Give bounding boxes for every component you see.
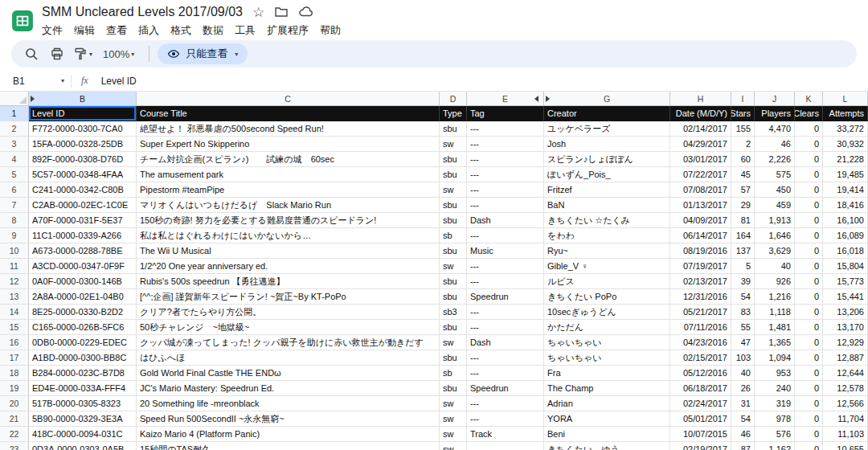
cell-E20[interactable]: --- [467, 396, 544, 411]
cell-E4[interactable]: --- [467, 152, 544, 167]
cell-I20[interactable]: 31 [731, 396, 755, 411]
cell-B4[interactable]: 892F-0000-0308-D76D [29, 152, 137, 167]
cell-L3[interactable]: 30,932 [823, 137, 868, 152]
cell-B5[interactable]: 5C57-0000-0348-4FAA [29, 167, 137, 182]
cell-G5[interactable]: ぽいずん_Pois_ [544, 167, 670, 182]
cell-C9[interactable]: 私は私とはぐれるわけにはいかないから… [137, 228, 440, 243]
cell-L4[interactable]: 21,228 [823, 152, 868, 167]
cell-K7[interactable]: 0 [795, 198, 823, 213]
cell-B13[interactable]: 2A8A-0000-02E1-04B0 [29, 289, 137, 305]
cell-B16[interactable]: 0DB0-0000-0229-EDEC [29, 335, 137, 350]
cell-K4[interactable]: 0 [795, 152, 823, 167]
cell-L11[interactable]: 15,804 [823, 259, 868, 274]
cell-H13[interactable]: 12/31/2016 [670, 289, 731, 305]
cell-K2[interactable]: 0 [795, 121, 823, 137]
move-folder-icon[interactable] [274, 5, 289, 19]
cell-L22[interactable]: 11,103 [823, 427, 868, 442]
cell-I8[interactable]: 81 [731, 213, 755, 228]
cell-K1[interactable]: Clears [795, 106, 823, 121]
cell-C6[interactable]: Pipestorm #teamPipe [137, 182, 440, 198]
cell-L17[interactable]: 12,887 [823, 350, 868, 366]
cell-D8[interactable]: sbu [440, 213, 467, 228]
cell-K12[interactable]: 0 [795, 274, 823, 289]
cell-K13[interactable]: 0 [795, 289, 823, 305]
menu-item-extensions[interactable]: 扩展程序 [261, 22, 314, 39]
row-number-6[interactable]: 6 [0, 182, 29, 198]
cell-E10[interactable]: Music [467, 243, 544, 259]
cell-B8[interactable]: A70F-0000-031F-5E37 [29, 213, 137, 228]
cell-D3[interactable]: sw [440, 137, 467, 152]
cell-G3[interactable]: Josh [544, 137, 670, 152]
cell-E9[interactable]: --- [467, 228, 544, 243]
cell-K10[interactable]: 0 [795, 243, 823, 259]
cell-H16[interactable]: 04/23/2016 [670, 335, 731, 350]
cell-G12[interactable]: ルビス [544, 274, 670, 289]
cell-D2[interactable]: sbu [440, 121, 467, 137]
cell-L19[interactable]: 12,578 [823, 381, 868, 396]
hidden-column-f-right-icon[interactable] [546, 96, 550, 102]
cell-J16[interactable]: 1,365 [755, 335, 795, 350]
row-number-23[interactable]: 23 [0, 442, 29, 450]
cell-K11[interactable]: 0 [795, 259, 823, 274]
cell-C1[interactable]: Course Title [137, 106, 440, 121]
cell-K16[interactable]: 0 [795, 335, 823, 350]
cell-L21[interactable]: 11,704 [823, 411, 868, 427]
row-number-1[interactable]: 1 [0, 106, 29, 121]
cell-C4[interactable]: チーム対抗企画(スピラン♪) 試練の城 60sec [137, 152, 440, 167]
cell-C14[interactable]: クリア?者でたらやり方公開。 [137, 305, 440, 320]
cell-C10[interactable]: The Wii U Musical [137, 243, 440, 259]
cell-D10[interactable]: sbu [440, 243, 467, 259]
cell-K9[interactable]: 0 [795, 228, 823, 243]
cell-D18[interactable]: sb [440, 366, 467, 381]
row-number-19[interactable]: 19 [0, 381, 29, 396]
cell-K19[interactable]: 0 [795, 381, 823, 396]
cell-E2[interactable]: --- [467, 121, 544, 137]
print-button[interactable] [45, 43, 69, 64]
cell-C19[interactable]: JC's Mario Mastery: Speedrun Ed. [137, 381, 440, 396]
cell-D17[interactable]: sbu [440, 350, 467, 366]
cell-H8[interactable]: 04/09/2017 [670, 213, 731, 228]
cell-J17[interactable]: 1,094 [755, 350, 795, 366]
cell-J19[interactable]: 240 [755, 381, 795, 396]
cell-H15[interactable]: 07/11/2016 [670, 320, 731, 335]
cell-J8[interactable]: 1,913 [755, 213, 795, 228]
cell-I5[interactable]: 45 [731, 167, 755, 182]
cell-H3[interactable]: 04/29/2017 [670, 137, 731, 152]
cell-L13[interactable]: 15,441 [823, 289, 868, 305]
cell-C7[interactable]: マリオくんはいつもけだるげ Slack Mario Run [137, 198, 440, 213]
menu-item-file[interactable]: 文件 [36, 22, 68, 39]
cell-H19[interactable]: 06/18/2017 [670, 381, 731, 396]
cell-H23[interactable]: 02/19/2017 [670, 442, 731, 450]
cell-B17[interactable]: A1BD-0000-0300-BB8C [29, 350, 137, 366]
cell-J11[interactable]: 40 [755, 259, 795, 274]
cell-E12[interactable]: --- [467, 274, 544, 289]
formula-input[interactable]: Level ID [101, 76, 137, 87]
cell-I6[interactable]: 57 [731, 182, 755, 198]
cell-I11[interactable]: 5 [731, 259, 755, 274]
cell-D4[interactable]: sbu [440, 152, 467, 167]
column-header-E[interactable]: E [467, 92, 544, 105]
cell-D22[interactable]: sw [440, 427, 467, 442]
cell-E8[interactable]: Dash [467, 213, 544, 228]
cell-G8[interactable]: きちくたい ☆たくみ [544, 213, 670, 228]
cell-B21[interactable]: 5B90-0000-0329-3E3A [29, 411, 137, 427]
name-box[interactable]: B1 ▾ [0, 71, 71, 91]
row-number-17[interactable]: 17 [0, 350, 29, 366]
cell-L6[interactable]: 19,414 [823, 182, 868, 198]
row-number-22[interactable]: 22 [0, 427, 29, 442]
view-only-badge[interactable]: 只能查看 ▾ [158, 43, 248, 64]
star-icon[interactable]: ☆ [252, 6, 264, 19]
cell-J9[interactable]: 1,646 [755, 228, 795, 243]
cell-H14[interactable]: 05/21/2017 [670, 305, 731, 320]
cell-B20[interactable]: 517B-0000-0305-8323 [29, 396, 137, 411]
cell-G2[interactable]: ユッケベラーズ [544, 121, 670, 137]
cell-E18[interactable]: --- [467, 366, 544, 381]
cell-L7[interactable]: 18,416 [823, 198, 868, 213]
cell-K18[interactable]: 0 [795, 366, 823, 381]
cell-B3[interactable]: 15FA-0000-0328-25DB [29, 137, 137, 152]
cell-J13[interactable]: 1,216 [755, 289, 795, 305]
cell-D9[interactable]: sb [440, 228, 467, 243]
cell-I7[interactable]: 29 [731, 198, 755, 213]
cell-L12[interactable]: 15,773 [823, 274, 868, 289]
cell-I9[interactable]: 164 [731, 228, 755, 243]
